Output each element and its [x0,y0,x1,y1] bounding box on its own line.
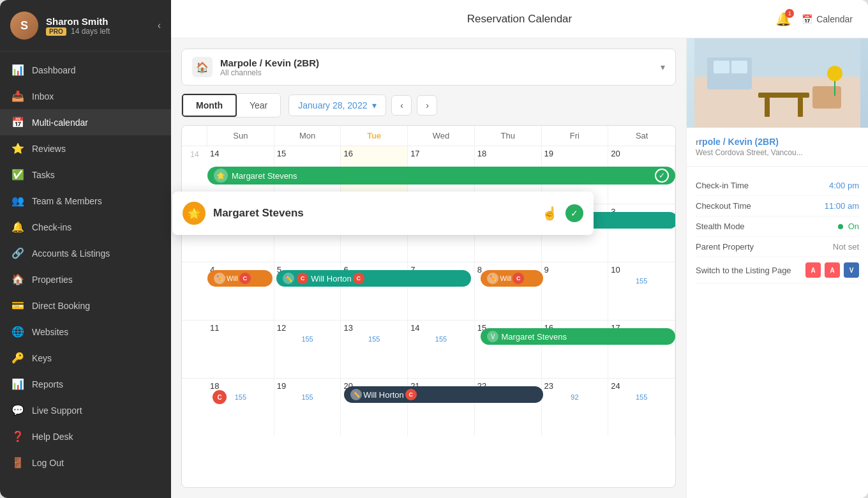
booking-bar-will-horton-3[interactable]: ✏️ C Will Horton C [276,270,471,287]
user-info: Sharon Smith PRO 14 days left [46,16,150,36]
cal-row-5: 18155 19155 20155 21 22 2392 24155 C ✏️ [182,379,675,436]
stealth-dot [838,224,843,229]
sidebar-item-label: Log Out [32,458,64,468]
popup-check-icon: ✓ [565,204,583,222]
checkout-value: 11:00 am [825,201,859,211]
logout-icon: 🚪 [11,456,24,469]
airbnb-icon-2[interactable]: A [825,262,840,278]
sidebar-item-label: Accounts & Listings [32,248,110,259]
cal-cell-18b[interactable]: 18155 [207,379,274,436]
user-name: Sharon Smith [46,16,150,27]
booking-popup: 🌟 Margaret Stevens ☝️ ✓ [172,192,594,235]
switch-listing-label: Switch to the Listing Page [696,266,791,275]
date-selector: January 28, 2022 ▾ ‹ › [288,94,437,116]
sidebar-item-inbox[interactable]: 📥 Inbox [0,83,171,109]
parent-property-row: Parent Property Not set [696,237,859,257]
panel-property-address: West Cordova Street, Vancou... [696,148,859,157]
accounts-icon: 🔗 [11,247,24,259]
booking-bar-will-dark[interactable]: ✏️ Will Horton C [344,386,542,403]
property-channel: All channels [220,68,653,77]
booking-bar-will-4[interactable]: ✏️ Will C [481,270,542,287]
cal-cell-19b[interactable]: 19155 [274,379,341,436]
switch-listing-icons: A A V [805,262,859,278]
vrbo-icon[interactable]: V [844,262,859,278]
websites-icon: 🌐 [11,326,24,338]
properties-icon: 🏠 [11,273,24,285]
sidebar-item-websites[interactable]: 🌐 Websites [0,319,171,345]
sidebar-header: S Sharon Smith PRO 14 days left ‹ [0,0,171,52]
booking-name: Margaret Stevens [501,332,567,342]
collapse-button[interactable]: ‹ [158,20,161,31]
svg-rect-7 [798,98,803,117]
sidebar-item-live-support[interactable]: 💬 Live Support [0,397,171,423]
sidebar-item-dashboard[interactable]: 📊 Dashboard [0,57,171,83]
calendar-area: 🏠 Marpole / Kevin (2BR) All channels ▾ M… [171,38,868,498]
cal-cell-12[interactable]: 12155 [274,321,341,378]
cal-cell-13[interactable]: 13155 [341,321,408,378]
main-content: Reservation Calendar 🔔 1 📅 Calendar 🏠 [171,0,868,498]
sidebar-item-label: Reviews [32,144,66,154]
property-selector[interactable]: 🏠 Marpole / Kevin (2BR) All channels ▾ [181,49,676,86]
c-badge-left: C [213,390,227,404]
sidebar-item-keys[interactable]: 🔑 Keys [0,345,171,371]
cal-cell-10[interactable]: 10155 [608,262,675,320]
sidebar-item-logout[interactable]: 🚪 Log Out [0,449,171,476]
cal-cell-23[interactable]: 2392 [542,379,609,436]
cal-cell-24[interactable]: 24155 [608,379,675,436]
sidebar-item-properties[interactable]: 🏠 Properties [0,266,171,292]
sidebar-item-label: Inbox [32,91,54,102]
check-in-label: Check-in Time [696,181,749,190]
calendar-view-icon: 📅 [802,14,812,24]
sidebar-item-tasks[interactable]: ✅ Tasks [0,162,171,188]
property-info: Marpole / Kevin (2BR) All channels [220,57,653,77]
cursor-indicator: ☝️ [542,206,558,221]
next-month-button[interactable]: › [417,95,437,116]
sidebar-item-help[interactable]: ❓ Help Desk [0,423,171,449]
sidebar-item-team[interactable]: 👥 Team & Members [0,188,171,214]
booking-bar-margaret-2[interactable]: V Margaret Stevens [481,328,675,345]
month-view-button[interactable]: Month [182,94,237,117]
booking-name: Will Horton [363,390,404,400]
direct-booking-icon: 💳 [11,299,24,312]
sidebar-item-multi-calendar[interactable]: 📅 Multi-calendar [0,109,171,135]
property-dropdown-arrow[interactable]: ▾ [661,62,665,72]
sidebar-item-accounts-listings[interactable]: 🔗 Accounts & Listings [0,240,171,266]
airbnb-icon[interactable]: A [805,262,821,278]
sidebar-item-reviews[interactable]: ⭐ Reviews [0,135,171,162]
date-display[interactable]: January 28, 2022 ▾ [288,94,386,116]
cal-cell-11[interactable]: 11 [207,321,274,378]
day-header-wed: Wed [408,126,475,146]
notification-button[interactable]: 🔔 1 [775,11,791,27]
week-num [182,321,207,378]
star-icon: ⭐ [11,142,24,155]
sidebar-item-label: Tasks [32,170,55,180]
topbar: Reservation Calendar 🔔 1 📅 Calendar [171,0,868,38]
year-view-button[interactable]: Year [237,94,280,117]
booking-bar-will-3[interactable]: ✏️ Will C [207,270,273,287]
cal-row-3: 4 5 6 7 888 9 10155 ✏️ Will C [182,262,675,321]
calendar-header: Sun Mon Tue Wed Thu Fri Sat [182,126,675,146]
property-icon: 🏠 [192,57,213,77]
help-icon: ❓ [11,430,24,442]
sidebar-item-checkins[interactable]: 🔔 Check-ins [0,214,171,240]
calendar-view-button[interactable]: 📅 Calendar [802,14,853,24]
page-title: Reservation Calendar [467,13,572,26]
team-icon: 👥 [11,195,24,207]
prev-month-button[interactable]: ‹ [391,95,412,116]
cal-cell-14b[interactable]: 14155 [408,321,475,378]
keys-icon: 🔑 [11,352,24,364]
sidebar-item-direct-booking[interactable]: 💳 Direct Booking [0,292,171,319]
notification-badge: 1 [785,9,794,18]
date-dropdown-icon: ▾ [372,100,377,110]
sidebar-item-label: Reports [32,379,63,389]
svg-rect-6 [765,98,770,117]
pro-badge: PRO [46,27,66,36]
checkout-row: Checkout Time 11:00 am [696,196,859,216]
sidebar-item-label: Live Support [32,405,82,416]
cal-cell-9[interactable]: 9 [542,262,609,320]
week-num [182,379,207,436]
checkout-label: Checkout Time [696,201,751,211]
panel-property-name: rrpole / Kevin (2BR) [696,137,859,147]
sidebar-item-reports[interactable]: 📊 Reports [0,371,171,397]
booking-bar-margaret-1[interactable]: 🌟 Margaret Stevens ✓ [207,167,675,185]
